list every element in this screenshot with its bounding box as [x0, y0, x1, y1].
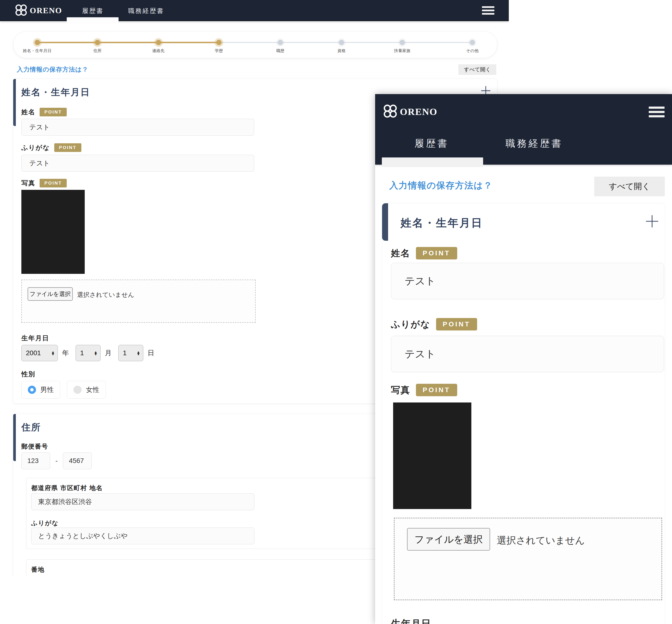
step-contact[interactable]: 連絡先 [152, 40, 165, 54]
tab-career-history[interactable]: 職務経歴書 [506, 137, 563, 150]
name-input[interactable] [391, 263, 664, 299]
section-title: 姓名・生年月日 [21, 86, 90, 98]
section-title: 住所 [21, 421, 41, 434]
radio-unselected-icon [73, 386, 82, 394]
step-address[interactable]: 住所 [93, 40, 102, 54]
step-dot [95, 40, 100, 45]
tab-resume[interactable]: 履歴書 [82, 7, 104, 15]
step-dot [34, 40, 40, 45]
brand-logo[interactable]: ORENO [15, 4, 62, 17]
step-dot [339, 40, 344, 45]
brand-logo-text: ORENO [400, 106, 438, 118]
point-badge: POINT [40, 179, 67, 187]
postal-code-2-input[interactable] [63, 452, 92, 469]
radio-selected-icon [28, 386, 36, 394]
gender-female-radio[interactable]: 女性 [67, 381, 106, 399]
save-method-help-link[interactable]: 入力情報の保存方法は？ [389, 180, 493, 191]
active-tab-indicator [67, 17, 119, 24]
furigana-label: ふりがな [391, 318, 430, 331]
step-qualification[interactable]: 資格 [337, 40, 345, 54]
region-label: 都道府県 市区町村 地名 [31, 484, 103, 492]
photo-preview [21, 190, 85, 274]
birthdate-label: 生年月日 [21, 334, 49, 342]
gender-label: 性別 [21, 370, 35, 379]
progress-stepper: 姓名・生年月日 住所 連絡先 学歴 職歴 資格 扶養家族 その他 [13, 31, 497, 58]
step-dot [470, 40, 475, 45]
point-badge: POINT [40, 108, 67, 116]
step-other[interactable]: その他 [466, 40, 479, 54]
section-title: 姓名・生年月日 [400, 216, 483, 230]
region-furigana-label: ふりがな [31, 519, 58, 527]
active-tab-indicator [382, 157, 483, 167]
step-name-birth[interactable]: 姓名・生年月日 [23, 40, 52, 54]
day-unit-label: 日 [148, 348, 154, 358]
point-badge: POINT [416, 247, 457, 259]
step-dot [278, 40, 283, 45]
furigana-input[interactable] [21, 155, 254, 172]
expand-plus-icon[interactable] [645, 214, 659, 229]
file-select-button[interactable]: ファイルを選択 [28, 287, 73, 301]
brand-logo[interactable]: ORENO [383, 104, 438, 119]
brand-logo-text: ORENO [30, 6, 62, 15]
tab-career-history[interactable]: 職務経歴書 [128, 7, 164, 15]
gender-male-radio[interactable]: 男性 [21, 381, 60, 399]
stepper-line-todo [219, 42, 472, 43]
section-card-name-birth: 姓名・生年月日 姓名 POINT ふりがな POINT 写真 POINT ファイ… [382, 203, 665, 624]
mobile-navbar: ORENO 履歴書 職務経歴書 [375, 94, 672, 165]
spinner-icon: ▲▼ [136, 351, 140, 356]
spinner-icon: ▲▼ [51, 351, 55, 356]
name-label: 姓名 [391, 247, 410, 259]
postal-label: 郵便番号 [21, 442, 48, 451]
hamburger-menu-icon[interactable] [649, 107, 665, 118]
open-all-button[interactable]: すべて開く [458, 64, 496, 75]
point-badge: POINT [416, 384, 457, 396]
photo-upload-dropzone: ファイルを選択 選択されていません [21, 280, 256, 323]
brand-logo-icon [383, 104, 397, 119]
section-accent-bar [382, 203, 388, 241]
birth-month-select[interactable]: 1 ▲▼ [76, 345, 101, 361]
mobile-preview-panel: ORENO 履歴書 職務経歴書 入力情報の保存方法は？ すべて開く 姓名・生年月… [375, 94, 672, 624]
file-status-text: 選択されていません [497, 534, 585, 547]
open-all-button[interactable]: すべて開く [594, 177, 665, 196]
step-dependents[interactable]: 扶養家族 [394, 40, 410, 54]
region-furigana-input[interactable] [31, 527, 254, 544]
photo-upload-dropzone: ファイルを選択 選択されていません [394, 518, 662, 600]
section-accent-bar [13, 414, 16, 461]
postal-separator: - [55, 457, 58, 465]
step-work[interactable]: 職歴 [276, 40, 284, 54]
file-status-text: 選択されていません [77, 291, 134, 299]
postal-code-1-input[interactable] [21, 452, 50, 469]
step-dot [216, 40, 222, 45]
photo-label: 写真 [21, 179, 35, 187]
name-label: 姓名 [21, 108, 35, 116]
furigana-input[interactable] [391, 336, 664, 372]
photo-label: 写真 [391, 384, 410, 396]
step-dot [399, 40, 405, 45]
step-education[interactable]: 学歴 [215, 40, 223, 54]
birth-year-select[interactable]: 2001 ▲▼ [21, 345, 58, 361]
photo-preview [393, 402, 471, 509]
step-dot [156, 40, 161, 45]
hamburger-menu-icon[interactable] [482, 6, 494, 15]
street-label: 番地 [31, 566, 45, 574]
save-method-help-link[interactable]: 入力情報の保存方法は？ [17, 65, 88, 74]
stepper-line-done [37, 42, 219, 43]
desktop-navbar: ORENO 履歴書 職務経歴書 [0, 0, 509, 21]
birthdate-label: 生年月日 [391, 617, 431, 624]
name-input[interactable] [21, 119, 254, 136]
furigana-label: ふりがな [21, 143, 50, 152]
point-badge: POINT [54, 143, 81, 152]
region-input[interactable] [31, 493, 254, 510]
year-unit-label: 年 [62, 348, 69, 358]
birth-day-select[interactable]: 1 ▲▼ [118, 345, 143, 361]
brand-logo-icon [15, 4, 27, 17]
file-select-button[interactable]: ファイルを選択 [407, 528, 490, 551]
section-accent-bar [13, 79, 16, 126]
point-badge: POINT [436, 318, 477, 331]
month-unit-label: 月 [105, 348, 111, 358]
tab-resume[interactable]: 履歴書 [414, 137, 449, 150]
spinner-icon: ▲▼ [94, 351, 98, 356]
